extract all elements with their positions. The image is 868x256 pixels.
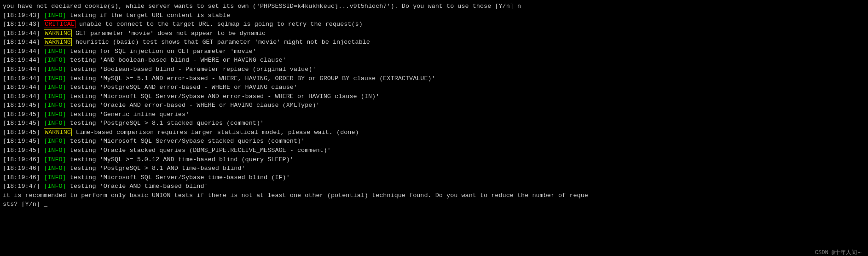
log-time: [18:19:45] (3, 120, 44, 127)
terminal-line: [18:19:46] [INFO] testing 'Microsoft SQL… (3, 173, 865, 182)
terminal-line: [18:19:45] [INFO] testing 'Microsoft SQL… (3, 137, 865, 146)
log-message: testing 'Boolean-based blind - Parameter… (66, 66, 316, 73)
log-tag-info: [INFO] (44, 174, 66, 181)
terminal-line: [18:19:45] [INFO] testing 'Oracle AND er… (3, 101, 865, 110)
log-time: [18:19:43] (3, 21, 44, 28)
terminal-line: [18:19:46] [INFO] testing 'MySQL >= 5.0.… (3, 155, 865, 164)
terminal-line: you have not declared cookie(s), while s… (3, 2, 865, 11)
log-time: [18:19:46] (3, 165, 44, 172)
log-time: [18:19:45] (3, 129, 44, 136)
log-message: testing 'Microsoft SQL Server/Sybase AND… (66, 93, 380, 100)
log-tag-info: [INFO] (44, 120, 66, 127)
log-time: [18:19:44] (3, 48, 44, 55)
terminal-line: [18:19:43] CRITICAL unable to connect to… (3, 20, 865, 29)
log-tag-critical: CRITICAL (44, 20, 75, 28)
log-time: [18:19:44] (3, 57, 44, 64)
log-tag-info: [INFO] (44, 66, 66, 73)
terminal-line: [18:19:44] [INFO] testing 'Boolean-based… (3, 65, 865, 74)
log-message: testing 'MySQL >= 5.1 AND error-based - … (66, 75, 435, 82)
log-message: testing 'PostgreSQL > 8.1 AND time-based… (66, 165, 245, 172)
plain-text: you have not declared cookie(s), while s… (3, 3, 521, 10)
log-message: testing 'MySQL >= 5.0.12 AND time-based … (66, 156, 294, 163)
log-message: time-based comparison requires larger st… (72, 129, 359, 136)
terminal-line: [18:19:44] WARNING GET parameter 'movie'… (3, 29, 865, 38)
log-message: testing 'Microsoft SQL Server/Sybase sta… (66, 138, 305, 145)
log-time: [18:19:46] (3, 156, 44, 163)
log-message: testing 'Microsoft SQL Server/Sybase tim… (66, 174, 290, 181)
log-tag-info: [INFO] (44, 102, 66, 109)
log-tag-warning: WARNING (44, 29, 72, 37)
log-time: [18:19:44] (3, 30, 44, 37)
log-time: [18:19:44] (3, 39, 44, 46)
log-message: testing 'Oracle AND error-based - WHERE … (66, 102, 320, 109)
log-tag-warning: WARNING (44, 38, 72, 46)
log-time: [18:19:47] (3, 183, 44, 190)
log-time: [18:19:45] (3, 111, 44, 118)
log-tag-info: [INFO] (44, 57, 66, 64)
plain-text: sts? [Y/n] _ (3, 201, 47, 208)
log-tag-info: [INFO] (44, 12, 66, 19)
log-time: [18:19:44] (3, 84, 44, 91)
log-message: GET parameter 'movie' does not appear to… (72, 30, 266, 37)
log-message: testing 'AND boolean-based blind - WHERE… (66, 57, 286, 64)
terminal-line: [18:19:45] [INFO] testing 'Generic inlin… (3, 110, 865, 119)
log-time: [18:19:43] (3, 12, 44, 19)
log-message: testing 'Oracle stacked queries (DBMS_PI… (66, 147, 331, 154)
log-tag-info: [INFO] (44, 84, 66, 91)
terminal-line: [18:19:45] [INFO] testing 'Oracle stacke… (3, 146, 865, 155)
terminal-line: [18:19:44] [INFO] testing for SQL inject… (3, 47, 865, 56)
log-time: [18:19:46] (3, 174, 44, 181)
terminal-line: [18:19:45] WARNING time-based comparison… (3, 128, 865, 137)
terminal-line: [18:19:44] WARNING heuristic (basic) tes… (3, 38, 865, 47)
terminal-line: [18:19:45] [INFO] testing 'PostgreSQL > … (3, 119, 865, 128)
log-message: testing if the target URL content is sta… (66, 12, 230, 19)
log-tag-info: [INFO] (44, 147, 66, 154)
log-tag-info: [INFO] (44, 93, 66, 100)
log-tag-warning: WARNING (44, 128, 72, 136)
terminal-line: sts? [Y/n] _ (3, 200, 865, 209)
terminal-line: it is recommended to perform only basic … (3, 191, 865, 200)
log-tag-info: [INFO] (44, 165, 66, 172)
terminal-line: [18:19:47] [INFO] testing 'Oracle AND ti… (3, 182, 865, 191)
watermark: CSDN @十年人间～ (815, 249, 862, 256)
log-message: testing 'Generic inline queries' (66, 111, 189, 118)
terminal-line: [18:19:44] [INFO] testing 'MySQL >= 5.1 … (3, 74, 865, 83)
log-tag-info: [INFO] (44, 183, 66, 190)
log-message: testing 'PostgreSQL > 8.1 stacked querie… (66, 120, 264, 127)
log-time: [18:19:44] (3, 66, 44, 73)
plain-text: it is recommended to perform only basic … (3, 192, 588, 199)
terminal-line: [18:19:43] [INFO] testing if the target … (3, 11, 865, 20)
terminal-line: [18:19:46] [INFO] testing 'PostgreSQL > … (3, 164, 865, 173)
terminal-line: [18:19:44] [INFO] testing 'Microsoft SQL… (3, 92, 865, 101)
terminal-line: [18:19:44] [INFO] testing 'PostgreSQL AN… (3, 83, 865, 92)
log-tag-info: [INFO] (44, 138, 66, 145)
log-time: [18:19:44] (3, 75, 44, 82)
log-time: [18:19:44] (3, 93, 44, 100)
log-tag-info: [INFO] (44, 111, 66, 118)
log-tag-info: [INFO] (44, 75, 66, 82)
log-tag-info: [INFO] (44, 48, 66, 55)
log-message: testing for SQL injection on GET paramet… (66, 48, 256, 55)
log-time: [18:19:45] (3, 138, 44, 145)
log-message: testing 'Oracle AND time-based blind' (66, 183, 208, 190)
log-time: [18:19:45] (3, 147, 44, 154)
log-tag-info: [INFO] (44, 156, 66, 163)
log-message: heuristic (basic) test shows that GET pa… (72, 39, 370, 46)
log-time: [18:19:45] (3, 102, 44, 109)
log-message: testing 'PostgreSQL AND error-based - WH… (66, 84, 297, 91)
log-message: unable to connect to the target URL. sql… (75, 21, 363, 28)
terminal-window: you have not declared cookie(s), while s… (3, 2, 865, 256)
terminal-line: [18:19:44] [INFO] testing 'AND boolean-b… (3, 56, 865, 65)
